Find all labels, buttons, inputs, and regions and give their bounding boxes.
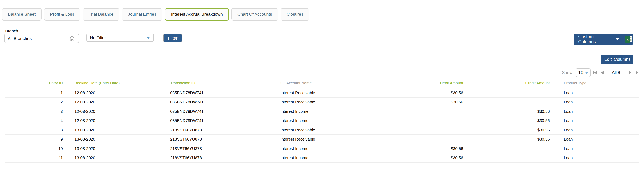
- cell-product-type: Loan: [550, 125, 639, 135]
- pagination-nav: [590, 70, 605, 76]
- tab-chart-of-accounts[interactable]: Chart Of Accounts: [232, 8, 278, 21]
- table-row: 11 13-08-2020 218VST66YU878 Interest Inc…: [5, 153, 639, 162]
- cell-booking-date: 13-08-2020: [63, 125, 156, 135]
- cell-booking-date: 13-08-2020: [63, 144, 156, 153]
- cell-gl-account-name: Interest Income: [264, 153, 419, 162]
- tab-profit-and-loss[interactable]: Profit & Loss: [44, 8, 80, 21]
- table-row: 4 12-08-2020 035BND78DW741 Interest Inco…: [5, 116, 639, 125]
- cell-gl-account-name: Interest Income: [264, 107, 419, 116]
- home-icon: [69, 35, 76, 42]
- cell-product-type: Loan: [550, 97, 639, 107]
- cell-debit-amount: [419, 125, 463, 135]
- cell-debit-amount: $30.56: [419, 153, 463, 162]
- cell-credit-amount: [463, 153, 550, 162]
- toolbar-divider: [622, 35, 623, 43]
- last-page-button[interactable]: [634, 70, 640, 76]
- header-entry-id[interactable]: Entry ID: [5, 78, 63, 88]
- tab-closures[interactable]: Closures: [280, 8, 310, 21]
- cell-entry-id: 2: [5, 97, 63, 107]
- cell-gl-account-name: Interest Income: [264, 116, 419, 125]
- cell-transaction-id: 218VST66YU878: [156, 135, 264, 144]
- cell-entry-id: 9: [5, 135, 63, 144]
- custom-columns-dropdown[interactable]: Custom Columns: [574, 34, 613, 45]
- interest-accrual-breakdown-page: { "colors": { "accent_green": "#93b63d",…: [0, 0, 644, 177]
- filter-type-value: No Filter: [90, 35, 146, 40]
- cell-entry-id: 1: [5, 88, 63, 97]
- cell-credit-amount: [463, 144, 550, 153]
- cell-entry-id: 11: [5, 153, 63, 162]
- table-row: 9 13-08-2020 218VST66YU878 Interest Rece…: [5, 135, 639, 144]
- cell-entry-id: 10: [5, 144, 63, 153]
- header-booking-date[interactable]: Booking Date (Entry Date): [63, 78, 156, 88]
- edit-columns-button[interactable]: Edit Columns: [602, 55, 633, 64]
- page-size-select[interactable]: 10: [576, 68, 590, 77]
- cell-credit-amount: [463, 88, 550, 97]
- tab-balance-sheet[interactable]: Balance Sheet: [2, 8, 42, 21]
- cell-credit-amount: $30.56: [463, 107, 550, 116]
- branch-select-value: All Branches: [8, 36, 69, 41]
- cell-debit-amount: [419, 116, 463, 125]
- cell-debit-amount: [419, 135, 463, 144]
- report-tabbar: Balance Sheet Profit & Loss Trial Balanc…: [2, 8, 309, 21]
- tab-journal-entries[interactable]: Journal Entries: [122, 8, 162, 21]
- page-size-value: 10: [578, 70, 585, 75]
- cell-credit-amount: $30.56: [463, 125, 550, 135]
- cell-credit-amount: [463, 97, 550, 107]
- pagination-bar: Show 10 All 8: [562, 68, 640, 77]
- filter-type-select[interactable]: No Filter: [86, 34, 154, 42]
- chevron-down-icon: [585, 72, 588, 74]
- excel-export-icon[interactable]: x: [625, 36, 633, 43]
- cell-product-type: Loan: [550, 116, 639, 125]
- header-product-type: Product Type: [550, 78, 639, 88]
- filter-button[interactable]: Filter: [164, 34, 182, 42]
- cell-debit-amount: $30.56: [419, 144, 463, 153]
- accrual-breakdown-table: Entry ID Booking Date (Entry Date) Trans…: [5, 78, 639, 163]
- page-range-label: All 8: [612, 70, 620, 75]
- cell-product-type: Loan: [550, 153, 639, 162]
- next-page-button[interactable]: [627, 70, 633, 76]
- cell-gl-account-name: Interest Income: [264, 144, 419, 153]
- cell-credit-amount: $30.56: [463, 135, 550, 144]
- cell-booking-date: 13-08-2020: [63, 135, 156, 144]
- table-header-row: Entry ID Booking Date (Entry Date) Trans…: [5, 78, 639, 88]
- svg-text:x: x: [626, 37, 629, 42]
- cell-product-type: Loan: [550, 88, 639, 97]
- branch-select[interactable]: All Branches: [4, 34, 79, 43]
- cell-booking-date: 13-08-2020: [63, 153, 156, 162]
- cell-product-type: Loan: [550, 144, 639, 153]
- top-divider: [0, 5, 644, 6]
- table-row: 10 13-08-2020 218VST66YU878 Interest Inc…: [5, 144, 639, 153]
- cell-booking-date: 12-08-2020: [63, 88, 156, 97]
- first-page-button[interactable]: [592, 70, 598, 76]
- cell-debit-amount: [419, 107, 463, 116]
- cell-booking-date: 12-08-2020: [63, 107, 156, 116]
- cell-transaction-id: 035BND78DW741: [156, 88, 264, 97]
- cell-credit-amount: $30.56: [463, 116, 550, 125]
- table-row: 2 12-08-2020 035BND78DW741 Interest Rece…: [5, 97, 639, 107]
- cell-transaction-id: 035BND78DW741: [156, 116, 264, 125]
- header-debit-amount[interactable]: Debit Amount: [419, 78, 463, 88]
- cell-entry-id: 3: [5, 107, 63, 116]
- table-row: 1 12-08-2020 035BND78DW741 Interest Rece…: [5, 88, 639, 97]
- cell-transaction-id: 035BND78DW741: [156, 107, 264, 116]
- tab-interest-accrual-breakdown[interactable]: Interest Accrual Breakdown: [165, 8, 229, 21]
- previous-page-button[interactable]: [600, 70, 605, 76]
- show-label: Show: [562, 70, 572, 75]
- cell-gl-account-name: Interest Receivable: [264, 135, 419, 144]
- header-transaction-id[interactable]: Transaction ID: [156, 78, 264, 88]
- table-row: 8 13-08-2020 218VST66YU878 Interest Rece…: [5, 125, 639, 135]
- tab-trial-balance[interactable]: Trial Balance: [83, 8, 120, 21]
- pagination-nav: [626, 70, 640, 76]
- cell-product-type: Loan: [550, 135, 639, 144]
- cell-transaction-id: 218VST66YU878: [156, 125, 264, 135]
- cell-debit-amount: $30.56: [419, 88, 463, 97]
- cell-booking-date: 12-08-2020: [63, 116, 156, 125]
- cell-entry-id: 4: [5, 116, 63, 125]
- cell-gl-account-name: Interest Receivable: [264, 125, 419, 135]
- cell-entry-id: 8: [5, 125, 63, 135]
- header-credit-amount[interactable]: Credit Amount: [463, 78, 550, 88]
- cell-booking-date: 12-08-2020: [63, 97, 156, 107]
- table-row: 3 12-08-2020 035BND78DW741 Interest Inco…: [5, 107, 639, 116]
- branch-label: Branch: [5, 29, 18, 33]
- cell-transaction-id: 218VST66YU878: [156, 144, 264, 153]
